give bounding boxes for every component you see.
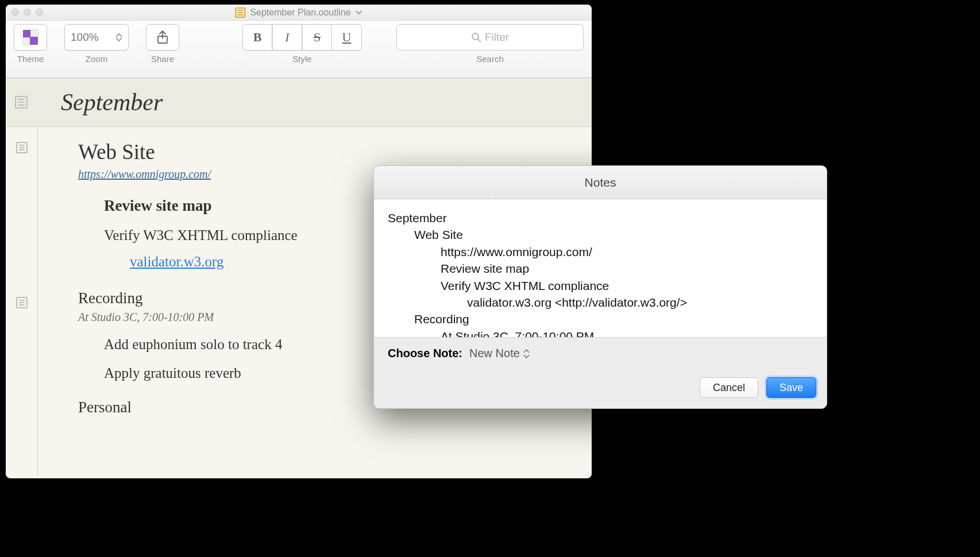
- note-line: Verify W3C XHTML compliance: [388, 277, 813, 294]
- italic-button[interactable]: I: [272, 24, 302, 51]
- style-group: B I S U Style: [242, 24, 362, 78]
- zoom-value: 100%: [71, 31, 99, 44]
- share-icon: [156, 30, 169, 45]
- svg-line-2: [478, 39, 481, 42]
- share-button[interactable]: [146, 24, 179, 51]
- underline-button[interactable]: U: [332, 24, 362, 51]
- share-label: Share: [151, 54, 174, 64]
- document-icon: [235, 7, 245, 18]
- zoom-group: 100% Zoom: [64, 24, 129, 78]
- zoom-button[interactable]: 100%: [64, 24, 129, 51]
- filter-input[interactable]: Filter: [396, 24, 584, 51]
- theme-icon: [23, 30, 38, 45]
- section-url-link[interactable]: https://www.omnigroup.com/: [78, 168, 211, 181]
- note-toggle-icon[interactable]: [15, 96, 28, 109]
- choose-note-dropdown[interactable]: New Note: [469, 347, 530, 360]
- search-group: Filter Search: [396, 24, 584, 78]
- row-note-icon[interactable]: [16, 142, 28, 153]
- window-title-text: September Plan.ooutline: [250, 7, 350, 18]
- note-line: validator.w3.org <http://validator.w3.or…: [388, 294, 813, 311]
- zoom-label: Zoom: [86, 54, 107, 64]
- updown-icon: [523, 349, 530, 358]
- minimize-window-button[interactable]: [24, 9, 31, 16]
- close-window-button[interactable]: [11, 9, 19, 16]
- strike-button[interactable]: S: [302, 24, 332, 51]
- note-line: At Studio 3C, 7:00-10:00 PM: [388, 328, 813, 337]
- theme-label: Theme: [17, 54, 44, 64]
- toolbar: Theme 100% Zoom Share: [6, 21, 592, 78]
- choose-note-label: Choose Note:: [388, 347, 462, 360]
- cancel-button[interactable]: Cancel: [700, 377, 758, 398]
- note-line: Web Site: [388, 226, 813, 243]
- gutter: [6, 127, 38, 475]
- row-note-icon[interactable]: [16, 297, 28, 308]
- window-title[interactable]: September Plan.ooutline: [235, 7, 362, 18]
- zoom-window-button[interactable]: [36, 9, 43, 16]
- zoom-stepper-icon: [112, 33, 122, 42]
- svg-point-1: [472, 33, 479, 40]
- theme-button[interactable]: [14, 24, 47, 51]
- note-line: September: [388, 210, 813, 226]
- notes-dialog: Notes September Web Site https://www.omn…: [373, 165, 827, 409]
- share-group: Share: [146, 24, 179, 78]
- titlebar: September Plan.ooutline: [6, 5, 592, 21]
- save-button[interactable]: Save: [766, 377, 816, 398]
- style-segmented: B I S U: [242, 24, 362, 51]
- chevron-down-icon: [356, 10, 362, 15]
- dialog-title: Notes: [374, 166, 827, 199]
- dialog-footer: Cancel Save: [374, 369, 827, 408]
- theme-group: Theme: [14, 24, 47, 78]
- choose-note-row: Choose Note: New Note: [374, 337, 827, 369]
- bold-button[interactable]: B: [242, 24, 272, 51]
- dialog-text-area[interactable]: September Web Site https://www.omnigroup…: [374, 199, 827, 337]
- window-controls: [11, 9, 43, 16]
- document-header: September: [6, 78, 592, 127]
- style-label: Style: [292, 54, 311, 64]
- note-line: Review site map: [388, 260, 813, 277]
- section-heading[interactable]: Web Site: [78, 140, 574, 164]
- search-label: Search: [476, 54, 504, 64]
- validator-link[interactable]: validator.w3.org: [130, 254, 223, 270]
- page-title: September: [61, 88, 163, 116]
- filter-placeholder: Filter: [485, 31, 509, 44]
- choose-note-value: New Note: [469, 347, 520, 360]
- search-icon: [471, 32, 481, 42]
- note-line: Recording: [388, 311, 813, 327]
- note-line: https://www.omnigroup.com/: [388, 243, 813, 260]
